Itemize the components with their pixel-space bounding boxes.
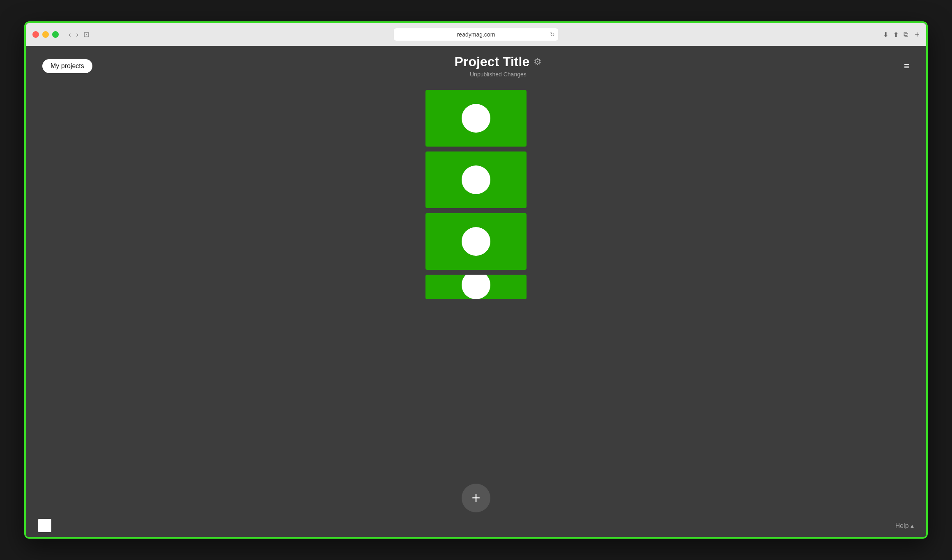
browser-window: ‹ › ⊡ readymag.com ↻ ⬇ ⬆ ⧉ + My projects… xyxy=(24,21,928,539)
app-area: My projects Project Title ⚙ Unpublished … xyxy=(26,46,926,537)
slide-1[interactable] xyxy=(425,90,527,147)
project-title-area: Project Title ⚙ Unpublished Changes xyxy=(455,54,542,78)
slide-2[interactable] xyxy=(425,151,527,208)
slide-4-circle xyxy=(462,275,490,299)
url-text: readymag.com xyxy=(457,31,495,38)
slide-1-circle xyxy=(462,104,490,133)
duplicate-button[interactable]: ⧉ xyxy=(904,31,908,38)
slides-list xyxy=(26,86,926,537)
slide-2-circle xyxy=(462,165,490,194)
back-button[interactable]: ‹ xyxy=(67,30,73,40)
nav-arrows: ‹ › xyxy=(67,30,80,40)
reload-icon[interactable]: ↻ xyxy=(550,31,555,38)
share-button[interactable]: ⬆ xyxy=(893,31,899,39)
project-title: Project Title xyxy=(455,54,530,69)
hamburger-button[interactable]: ≡ xyxy=(904,61,910,71)
title-bar: ‹ › ⊡ readymag.com ↻ ⬇ ⬆ ⧉ + xyxy=(26,23,926,46)
slide-3[interactable] xyxy=(425,213,527,270)
unpublished-label: Unpublished Changes xyxy=(455,71,542,78)
add-tab-button[interactable]: + xyxy=(915,30,920,39)
traffic-lights xyxy=(32,31,59,38)
close-button[interactable] xyxy=(32,31,39,38)
add-page-button[interactable]: + xyxy=(462,484,490,512)
help-button[interactable]: Help ▴ xyxy=(895,522,914,530)
slide-4-partial[interactable] xyxy=(425,275,527,299)
slide-3-circle xyxy=(462,227,490,256)
maximize-button[interactable] xyxy=(52,31,59,38)
minimize-button[interactable] xyxy=(42,31,49,38)
forward-button[interactable]: › xyxy=(74,30,80,40)
my-projects-button[interactable]: My projects xyxy=(42,59,92,73)
add-page-button-wrapper: + xyxy=(462,484,490,512)
bottom-bar: Help ▴ xyxy=(26,514,926,537)
settings-icon[interactable]: ⚙ xyxy=(533,57,542,67)
project-title-row: Project Title ⚙ xyxy=(455,54,542,69)
page-thumbnail xyxy=(38,519,51,532)
url-bar[interactable]: readymag.com ↻ xyxy=(394,28,558,41)
browser-actions: ⬇ ⬆ ⧉ + xyxy=(883,30,920,39)
app-header: My projects Project Title ⚙ Unpublished … xyxy=(26,46,926,86)
download-button[interactable]: ⬇ xyxy=(883,31,888,39)
sidebar-toggle-button[interactable]: ⊡ xyxy=(83,30,90,39)
